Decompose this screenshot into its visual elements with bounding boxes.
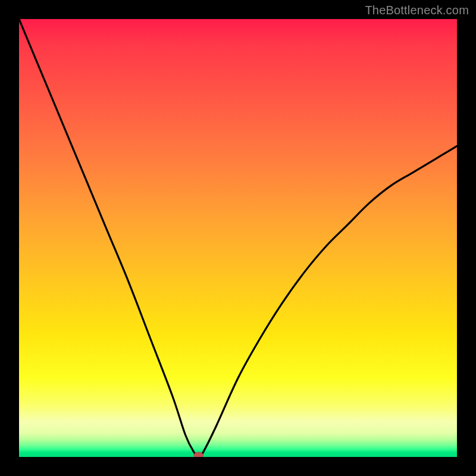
plot-area (19, 19, 457, 457)
chart-frame: TheBottleneck.com (0, 0, 476, 476)
bottleneck-curve (19, 19, 457, 457)
optimal-point-marker (194, 452, 203, 457)
curve-layer (19, 19, 457, 457)
watermark-text: TheBottleneck.com (365, 4, 469, 17)
